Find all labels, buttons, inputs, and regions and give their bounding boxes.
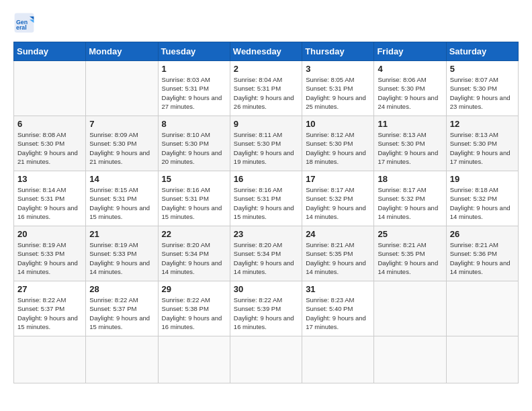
calendar-cell: 22 Sunrise: 8:20 AM Sunset: 5:34 PM Dayl… (158, 226, 230, 281)
calendar-cell: 25 Sunrise: 8:21 AM Sunset: 5:35 PM Dayl… (374, 226, 446, 281)
day-info: Sunrise: 8:06 AM Sunset: 5:30 PM Dayligh… (378, 75, 442, 111)
weekday-header-sunday: Sunday (14, 42, 86, 61)
day-number: 10 (306, 119, 370, 129)
day-number: 14 (89, 174, 154, 184)
calendar-cell: 17 Sunrise: 8:17 AM Sunset: 5:32 PM Dayl… (302, 171, 374, 226)
day-info: Sunrise: 8:11 AM Sunset: 5:30 PM Dayligh… (234, 130, 298, 166)
day-info: Sunrise: 8:05 AM Sunset: 5:31 PM Dayligh… (306, 75, 370, 111)
calendar-row: 13 Sunrise: 8:14 AM Sunset: 5:31 PM Dayl… (14, 171, 519, 226)
day-info: Sunrise: 8:13 AM Sunset: 5:30 PM Dayligh… (378, 130, 442, 166)
day-number: 15 (162, 174, 226, 184)
day-number: 27 (17, 284, 82, 294)
calendar-cell: 26 Sunrise: 8:21 AM Sunset: 5:36 PM Dayl… (446, 226, 518, 281)
day-number: 9 (234, 119, 298, 129)
calendar-cell: 29 Sunrise: 8:22 AM Sunset: 5:38 PM Dayl… (158, 281, 230, 336)
day-number: 23 (234, 229, 298, 239)
day-number: 1 (162, 64, 226, 74)
day-number: 7 (89, 119, 154, 129)
day-number: 12 (450, 119, 515, 129)
day-number: 31 (306, 284, 370, 294)
calendar-cell: 24 Sunrise: 8:21 AM Sunset: 5:35 PM Dayl… (302, 226, 374, 281)
calendar-cell (14, 336, 86, 383)
day-info: Sunrise: 8:08 AM Sunset: 5:30 PM Dayligh… (17, 130, 82, 166)
day-number: 8 (162, 119, 226, 129)
day-number: 20 (17, 229, 82, 239)
calendar-cell: 11 Sunrise: 8:13 AM Sunset: 5:30 PM Dayl… (374, 116, 446, 171)
calendar-cell (230, 336, 302, 383)
day-number: 18 (378, 174, 442, 184)
day-info: Sunrise: 8:21 AM Sunset: 5:36 PM Dayligh… (450, 240, 515, 276)
calendar-row: 27 Sunrise: 8:22 AM Sunset: 5:37 PM Dayl… (14, 281, 519, 336)
day-number: 11 (378, 119, 442, 129)
day-info: Sunrise: 8:17 AM Sunset: 5:32 PM Dayligh… (306, 185, 370, 221)
calendar-cell: 7 Sunrise: 8:09 AM Sunset: 5:30 PM Dayli… (86, 116, 158, 171)
calendar-cell: 5 Sunrise: 8:07 AM Sunset: 5:30 PM Dayli… (446, 61, 518, 116)
calendar-cell (86, 61, 158, 116)
day-info: Sunrise: 8:07 AM Sunset: 5:30 PM Dayligh… (450, 75, 515, 111)
header: Gen eral (13, 12, 519, 34)
day-info: Sunrise: 8:21 AM Sunset: 5:35 PM Dayligh… (306, 240, 370, 276)
day-number: 26 (450, 229, 515, 239)
day-number: 6 (17, 119, 82, 129)
calendar-cell (446, 281, 518, 336)
calendar-cell: 31 Sunrise: 8:23 AM Sunset: 5:40 PM Dayl… (302, 281, 374, 336)
weekday-header-thursday: Thursday (302, 42, 374, 61)
day-info: Sunrise: 8:18 AM Sunset: 5:32 PM Dayligh… (450, 185, 515, 221)
logo-icon: Gen eral (13, 12, 35, 34)
calendar-cell: 6 Sunrise: 8:08 AM Sunset: 5:30 PM Dayli… (14, 116, 86, 171)
day-info: Sunrise: 8:13 AM Sunset: 5:30 PM Dayligh… (450, 130, 515, 166)
calendar-cell: 4 Sunrise: 8:06 AM Sunset: 5:30 PM Dayli… (374, 61, 446, 116)
calendar-cell: 1 Sunrise: 8:03 AM Sunset: 5:31 PM Dayli… (158, 61, 230, 116)
calendar-cell: 18 Sunrise: 8:17 AM Sunset: 5:32 PM Dayl… (374, 171, 446, 226)
svg-text:eral: eral (16, 24, 27, 31)
calendar-cell (158, 336, 230, 383)
calendar-row: 6 Sunrise: 8:08 AM Sunset: 5:30 PM Dayli… (14, 116, 519, 171)
weekday-header-friday: Friday (374, 42, 446, 61)
calendar-cell: 30 Sunrise: 8:22 AM Sunset: 5:39 PM Dayl… (230, 281, 302, 336)
calendar-cell: 8 Sunrise: 8:10 AM Sunset: 5:30 PM Dayli… (158, 116, 230, 171)
calendar-table: SundayMondayTuesdayWednesdayThursdayFrid… (13, 42, 519, 383)
day-number: 13 (17, 174, 82, 184)
calendar-cell: 20 Sunrise: 8:19 AM Sunset: 5:33 PM Dayl… (14, 226, 86, 281)
page: Gen eral SundayMondayTuesdayWednesdayThu… (0, 0, 532, 390)
day-info: Sunrise: 8:19 AM Sunset: 5:33 PM Dayligh… (89, 240, 154, 276)
day-number: 29 (162, 284, 226, 294)
day-info: Sunrise: 8:09 AM Sunset: 5:30 PM Dayligh… (89, 130, 154, 166)
weekday-header-tuesday: Tuesday (158, 42, 230, 61)
day-number: 16 (234, 174, 298, 184)
calendar-cell: 23 Sunrise: 8:20 AM Sunset: 5:34 PM Dayl… (230, 226, 302, 281)
calendar-cell: 27 Sunrise: 8:22 AM Sunset: 5:37 PM Dayl… (14, 281, 86, 336)
calendar-row: 1 Sunrise: 8:03 AM Sunset: 5:31 PM Dayli… (14, 61, 519, 116)
calendar-cell: 16 Sunrise: 8:16 AM Sunset: 5:31 PM Dayl… (230, 171, 302, 226)
calendar-cell: 12 Sunrise: 8:13 AM Sunset: 5:30 PM Dayl… (446, 116, 518, 171)
calendar-cell (302, 336, 374, 383)
day-info: Sunrise: 8:19 AM Sunset: 5:33 PM Dayligh… (17, 240, 82, 276)
calendar-cell: 14 Sunrise: 8:15 AM Sunset: 5:31 PM Dayl… (86, 171, 158, 226)
day-info: Sunrise: 8:21 AM Sunset: 5:35 PM Dayligh… (378, 240, 442, 276)
day-info: Sunrise: 8:14 AM Sunset: 5:31 PM Dayligh… (17, 185, 82, 221)
weekday-header-saturday: Saturday (446, 42, 518, 61)
calendar-row: 20 Sunrise: 8:19 AM Sunset: 5:33 PM Dayl… (14, 226, 519, 281)
calendar-cell (446, 336, 518, 383)
day-number: 30 (234, 284, 298, 294)
day-number: 5 (450, 64, 515, 74)
weekday-header-row: SundayMondayTuesdayWednesdayThursdayFrid… (14, 42, 519, 61)
day-info: Sunrise: 8:22 AM Sunset: 5:38 PM Dayligh… (162, 295, 226, 331)
day-number: 19 (450, 174, 515, 184)
day-number: 3 (306, 64, 370, 74)
day-info: Sunrise: 8:15 AM Sunset: 5:31 PM Dayligh… (89, 185, 154, 221)
day-info: Sunrise: 8:12 AM Sunset: 5:30 PM Dayligh… (306, 130, 370, 166)
calendar-cell: 13 Sunrise: 8:14 AM Sunset: 5:31 PM Dayl… (14, 171, 86, 226)
calendar-cell: 28 Sunrise: 8:22 AM Sunset: 5:37 PM Dayl… (86, 281, 158, 336)
day-info: Sunrise: 8:17 AM Sunset: 5:32 PM Dayligh… (378, 185, 442, 221)
day-info: Sunrise: 8:04 AM Sunset: 5:31 PM Dayligh… (234, 75, 298, 111)
weekday-header-wednesday: Wednesday (230, 42, 302, 61)
calendar-cell: 19 Sunrise: 8:18 AM Sunset: 5:32 PM Dayl… (446, 171, 518, 226)
day-number: 17 (306, 174, 370, 184)
calendar-cell: 3 Sunrise: 8:05 AM Sunset: 5:31 PM Dayli… (302, 61, 374, 116)
calendar-cell: 10 Sunrise: 8:12 AM Sunset: 5:30 PM Dayl… (302, 116, 374, 171)
calendar-cell: 9 Sunrise: 8:11 AM Sunset: 5:30 PM Dayli… (230, 116, 302, 171)
calendar-cell (14, 61, 86, 116)
calendar-cell: 21 Sunrise: 8:19 AM Sunset: 5:33 PM Dayl… (86, 226, 158, 281)
day-info: Sunrise: 8:20 AM Sunset: 5:34 PM Dayligh… (162, 240, 226, 276)
